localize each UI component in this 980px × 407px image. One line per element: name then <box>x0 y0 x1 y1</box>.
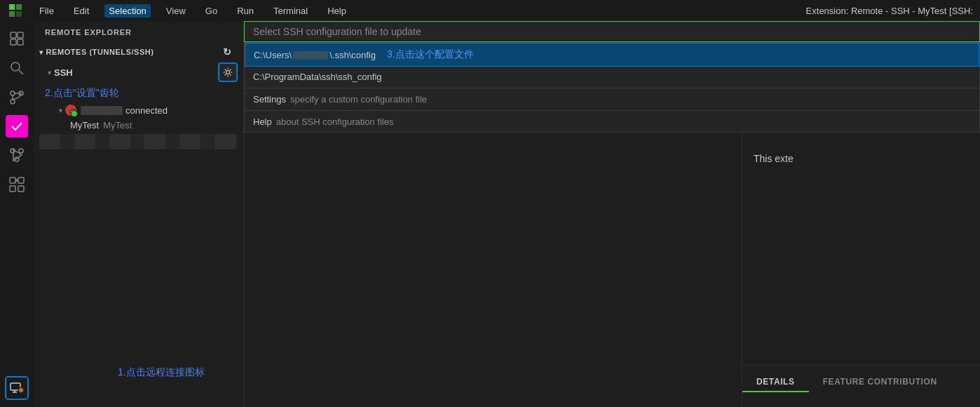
titlebar-right-text: Extension: Remote - SSH - MyTest [SSH: <box>806 6 973 16</box>
dropdown-separator-1 <box>245 88 979 88</box>
step3-annotation: 3.点击这个配置文件 <box>387 48 474 61</box>
menu-help[interactable]: Help <box>323 4 351 18</box>
activity-run-debug-icon[interactable] <box>5 143 29 167</box>
svg-rect-1 <box>16 4 22 10</box>
step1-annotation: 1.点击远程连接图标 <box>118 366 205 379</box>
help-label: Help <box>253 116 272 127</box>
svg-rect-7 <box>18 39 23 45</box>
this-ext-text: This exte <box>742 147 980 170</box>
svg-rect-4 <box>11 32 16 38</box>
activity-remote-icon[interactable] <box>5 376 29 400</box>
mytest-item[interactable]: MyTest MyTest <box>34 118 243 133</box>
svg-point-8 <box>11 62 20 71</box>
dropdown-item-help[interactable]: Help about SSH configuration files <box>245 112 979 132</box>
dropdown-list: C:\Users\\.ssh\config 3.点击这个配置文件 C:\Prog… <box>244 42 980 133</box>
titlebar: File Edit Selection View Go Run Terminal… <box>0 0 980 21</box>
menu-selection[interactable]: Selection <box>104 4 150 18</box>
ssh-section-item[interactable]: ▾ SSH <box>34 60 243 84</box>
extension-tabs: DETAILS FEATURE CONTRIBUTION <box>742 365 980 407</box>
dropdown-overlay: Select SSH configuration file to update … <box>244 21 980 133</box>
refresh-icon[interactable]: ↻ <box>223 46 232 58</box>
svg-point-29 <box>226 71 230 74</box>
activity-active-icon[interactable] <box>6 115 28 138</box>
activity-bar <box>0 21 34 407</box>
svg-rect-21 <box>18 186 24 192</box>
item1-path: C:\Users\\.ssh\config <box>254 50 376 60</box>
sidebar-header: REMOTE EXPLORER <box>34 21 243 44</box>
ssh-label: SSH <box>54 67 73 78</box>
connected-host-item[interactable]: ▾ connected <box>34 102 243 118</box>
svg-rect-0 <box>9 4 15 10</box>
connection-status-icon <box>65 105 76 116</box>
svg-point-26 <box>20 389 22 392</box>
menu-file[interactable]: File <box>35 4 58 18</box>
svg-point-16 <box>19 149 23 153</box>
dropdown-item-settings[interactable]: Settings specify a custom configuration … <box>245 89 979 109</box>
remotes-label: REMOTES (TUNNELS/SSH) <box>46 48 154 56</box>
svg-point-10 <box>11 91 15 95</box>
help-desc: about SSH configuration files <box>276 116 394 127</box>
mytest-name2: MyTest <box>103 120 132 131</box>
dropdown-separator-2 <box>245 110 979 111</box>
right-panel: Select SSH configuration file to update … <box>244 21 980 407</box>
step2-annotation: 2.点击"设置"齿轮 <box>34 84 243 102</box>
settings-desc: specify a custom configuration file <box>290 94 427 105</box>
remotes-section-title[interactable]: ▾ REMOTES (TUNNELS/SSH) ↻ <box>34 44 243 60</box>
sidebar: REMOTE EXPLORER ▾ REMOTES (TUNNELS/SSH) … <box>34 21 244 407</box>
blurred-username <box>293 51 328 60</box>
menu-edit[interactable]: Edit <box>69 4 93 18</box>
svg-line-9 <box>19 70 23 74</box>
ssh-config-search-input[interactable]: Select SSH configuration file to update <box>244 21 980 42</box>
svg-point-15 <box>11 149 15 153</box>
menu-run[interactable]: Run <box>233 4 258 18</box>
tab-details[interactable]: DETAILS <box>742 373 809 392</box>
svg-rect-2 <box>9 11 15 17</box>
blurred-row-1 <box>39 134 238 149</box>
svg-point-31 <box>70 109 74 114</box>
svg-rect-6 <box>11 39 16 45</box>
activity-source-control-icon[interactable] <box>5 86 29 109</box>
chevron-ssh-icon: ▾ <box>48 69 51 76</box>
main-layout: REMOTE EXPLORER ▾ REMOTES (TUNNELS/SSH) … <box>0 21 980 407</box>
activity-explorer-icon[interactable] <box>5 27 29 51</box>
activity-search-icon[interactable] <box>5 56 29 80</box>
titlebar-menu: File Edit Selection View Go Run Terminal… <box>35 4 351 18</box>
svg-rect-18 <box>10 178 15 183</box>
dropdown-item-programdata-config[interactable]: C:\ProgramData\ssh\ssh_config <box>245 67 979 87</box>
gear-settings-button[interactable] <box>218 62 238 82</box>
svg-point-11 <box>11 100 15 104</box>
chevron-connected-icon: ▾ <box>59 107 62 114</box>
dropdown-item-users-config[interactable]: C:\Users\\.ssh\config 3.点击这个配置文件 <box>245 43 979 67</box>
menu-terminal[interactable]: Terminal <box>269 4 312 18</box>
hostname-blurred <box>81 106 123 115</box>
vscode-logo <box>7 2 24 19</box>
connected-status-label: connected <box>125 105 168 116</box>
settings-label: Settings <box>253 94 286 105</box>
svg-rect-20 <box>10 186 15 192</box>
item2-path: C:\ProgramData\ssh\ssh_config <box>253 72 382 82</box>
svg-rect-19 <box>18 178 24 183</box>
menu-go[interactable]: Go <box>201 4 222 18</box>
chevron-down-icon: ▾ <box>39 48 43 56</box>
svg-rect-3 <box>16 11 22 17</box>
search-placeholder: Select SSH configuration file to update <box>253 26 421 37</box>
svg-rect-5 <box>18 32 23 38</box>
mytest-name: MyTest <box>70 120 99 131</box>
menu-view[interactable]: View <box>162 4 190 18</box>
activity-extensions-icon[interactable] <box>5 173 29 196</box>
tab-feature-contribution[interactable]: FEATURE CONTRIBUTION <box>809 373 951 391</box>
